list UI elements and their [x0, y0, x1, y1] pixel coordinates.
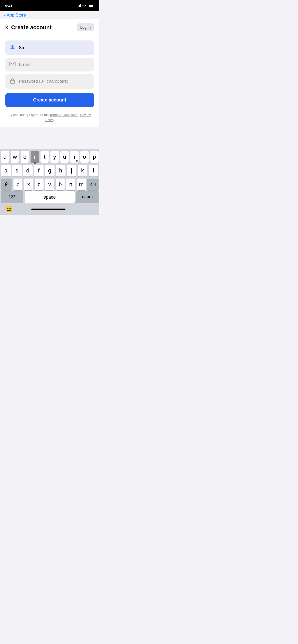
key-t[interactable]: t — [40, 151, 49, 163]
close-button[interactable]: × — [5, 25, 8, 30]
key-g[interactable]: g — [45, 165, 55, 177]
email-input[interactable] — [19, 62, 90, 67]
status-bar: 9:41 — [0, 0, 99, 11]
key-n[interactable]: n — [66, 179, 75, 190]
key-i[interactable]: i — [70, 151, 79, 163]
status-icons — [77, 4, 94, 7]
password-field-container — [5, 74, 94, 89]
page-title: Create account — [11, 24, 52, 31]
key-k[interactable]: k — [78, 165, 87, 177]
signal-icon — [77, 4, 81, 7]
key-o[interactable]: o — [80, 151, 89, 163]
form-area: Create account By continuing I agree to … — [0, 35, 99, 127]
status-time: 9:41 — [5, 4, 12, 8]
key-s[interactable]: s — [12, 165, 22, 177]
header-left: × Create account — [5, 24, 52, 31]
key-e[interactable]: e — [21, 151, 29, 163]
svg-rect-5 — [6, 184, 7, 186]
keyboard-row-1: q w e r t y u i o p — [1, 151, 99, 163]
nav-back-bar: ‹ App Store — [0, 11, 99, 19]
key-c[interactable]: c — [35, 179, 44, 190]
key-w[interactable]: w — [11, 151, 19, 163]
lock-icon — [9, 78, 16, 85]
key-u[interactable]: u — [60, 151, 69, 163]
shift-key[interactable] — [1, 179, 12, 190]
password-input[interactable] — [19, 79, 90, 84]
key-x[interactable]: x — [24, 179, 33, 190]
svg-point-0 — [84, 7, 85, 7]
key-z[interactable]: z — [13, 179, 22, 190]
numbers-key[interactable]: 123 — [1, 191, 23, 203]
key-p[interactable]: p — [90, 151, 99, 163]
battery-icon — [88, 4, 94, 7]
terms-prefix: By continuing I agree to the — [8, 113, 50, 117]
key-j[interactable]: j — [67, 165, 76, 177]
name-input[interactable] — [19, 45, 90, 50]
emoji-button[interactable]: 😄 — [5, 206, 13, 213]
key-q[interactable]: q — [1, 151, 9, 163]
return-key[interactable]: return — [76, 191, 99, 203]
keyboard-rows: q w e r t y u i o p a s d f g h j k l — [0, 149, 99, 191]
key-y[interactable]: y — [50, 151, 59, 163]
home-indicator — [31, 209, 65, 210]
wifi-icon — [82, 4, 86, 7]
keyboard-bottom-row: 123 space return — [0, 191, 99, 204]
key-h[interactable]: h — [56, 165, 65, 177]
emoji-bar: 😄 — [0, 204, 99, 215]
create-account-button[interactable]: Create account — [5, 93, 94, 107]
login-button[interactable]: Log in — [77, 23, 94, 31]
key-m[interactable]: m — [77, 179, 86, 190]
svg-point-4 — [12, 82, 13, 82]
name-field-container — [5, 40, 94, 55]
space-key[interactable]: space — [25, 191, 75, 203]
key-r[interactable]: r — [31, 151, 39, 163]
key-v[interactable]: v — [45, 179, 54, 190]
keyboard-row-2: a s d f g h j k l — [1, 165, 99, 177]
mail-icon — [9, 61, 16, 68]
key-l[interactable]: l — [89, 165, 98, 177]
key-d[interactable]: d — [23, 165, 33, 177]
key-b[interactable]: b — [56, 179, 65, 190]
back-label: App Store — [7, 13, 26, 18]
key-a[interactable]: a — [1, 165, 11, 177]
content-area: × Create account Log in — [0, 19, 99, 127]
back-chevron-icon: ‹ — [4, 13, 6, 18]
keyboard: q w e r t y u i o p a s d f g h j k l — [0, 149, 99, 215]
person-icon — [9, 44, 16, 52]
header-row: × Create account Log in — [0, 19, 99, 35]
email-field-container — [5, 58, 94, 71]
svg-point-1 — [11, 45, 13, 47]
delete-key[interactable] — [87, 179, 99, 190]
keyboard-row-3: z x c v b n m — [1, 179, 99, 190]
key-f[interactable]: f — [34, 165, 44, 177]
back-button[interactable]: ‹ App Store — [4, 13, 26, 18]
terms-text: By continuing I agree to the Terms & Con… — [5, 112, 94, 122]
terms-conditions-link[interactable]: Terms & Conditions — [50, 113, 78, 117]
